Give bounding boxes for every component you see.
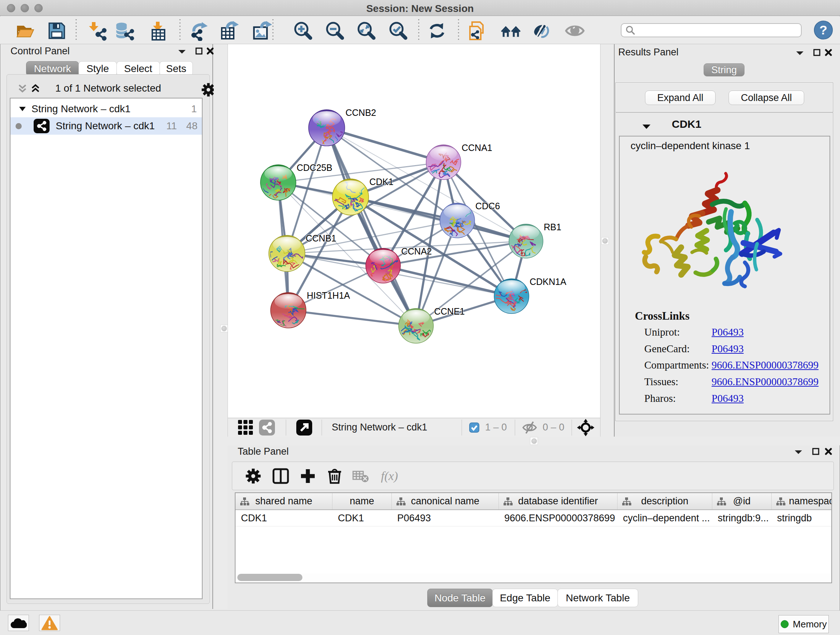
crosslink-value-link[interactable]: P06493 xyxy=(712,343,744,355)
show-column-selector-button[interactable] xyxy=(272,468,289,484)
tab-select[interactable]: Select xyxy=(117,61,160,76)
network-node-CCNA2[interactable]: CCNA2 xyxy=(363,246,432,283)
crosslink-value-link[interactable]: 9606.ENSP00000378699 xyxy=(712,359,819,371)
tab-style[interactable]: Style xyxy=(79,61,117,76)
import-network-from-file-button[interactable] xyxy=(88,21,108,41)
search-field[interactable] xyxy=(621,23,802,37)
column-header-canonical-name[interactable]: canonical name xyxy=(392,493,499,509)
table-horizontal-scrollbar[interactable] xyxy=(237,573,831,581)
network-node-CDKN1A[interactable]: CDKN1A xyxy=(494,277,567,314)
left-splitter-handle[interactable] xyxy=(220,325,228,333)
collapse-all-button[interactable]: Collapse All xyxy=(729,90,804,105)
table-options-button[interactable] xyxy=(245,468,261,484)
left-splitter[interactable] xyxy=(214,44,227,609)
refresh-button[interactable] xyxy=(427,21,447,41)
zoom-in-button[interactable] xyxy=(293,21,313,41)
column-header-shared-name[interactable]: shared name xyxy=(235,493,332,509)
close-panel-button[interactable] xyxy=(206,47,214,57)
delete-column-button[interactable] xyxy=(327,468,343,485)
memory-button[interactable]: Memory xyxy=(778,615,829,633)
table-panel-title: Table Panel xyxy=(238,446,289,457)
selected-nodes-checkbox[interactable] xyxy=(469,423,479,432)
toolbar-divider xyxy=(458,19,459,42)
close-panel-button[interactable] xyxy=(824,49,832,58)
zoom-selected-icon xyxy=(388,21,409,41)
copy-network-button[interactable] xyxy=(467,21,487,41)
create-column-button[interactable] xyxy=(300,468,316,485)
right-splitter[interactable] xyxy=(601,44,614,437)
crosslink-value-link[interactable]: P06493 xyxy=(712,393,744,404)
tab-node-table[interactable]: Node Table xyxy=(427,589,493,607)
zoom-out-button[interactable] xyxy=(325,21,345,41)
maximize-panel-button[interactable] xyxy=(813,49,821,58)
zoom-selected-button[interactable] xyxy=(388,21,409,41)
bottom-splitter-handle[interactable] xyxy=(530,437,538,445)
help-button[interactable]: ? xyxy=(813,20,834,40)
right-splitter-handle[interactable] xyxy=(601,237,609,245)
column-header-database-identifier[interactable]: database identifier xyxy=(499,493,617,509)
search-input[interactable] xyxy=(636,25,795,35)
network-row-selected[interactable]: String Network – cdk1 11 48 xyxy=(11,117,202,135)
first-neighbors-button[interactable] xyxy=(501,21,521,41)
close-panel-button[interactable] xyxy=(824,448,832,457)
network-tree: String Network – cdk1 1 String Network –… xyxy=(10,98,202,599)
import-table-from-file-button[interactable] xyxy=(148,21,168,41)
zoom-fit-button[interactable] xyxy=(356,21,377,41)
export-table-button[interactable] xyxy=(219,21,240,41)
network-canvas[interactable]: CCNB2CCNA1CDC25BCDK1CDC6RB1CCNB1CCNA2CDK… xyxy=(228,44,600,418)
expand-all-networks-button[interactable] xyxy=(30,84,41,96)
collapse-all-networks-button[interactable] xyxy=(17,84,28,96)
open-session-button[interactable] xyxy=(15,21,35,41)
maximize-panel-button[interactable] xyxy=(195,47,203,57)
tab-string[interactable]: String xyxy=(704,63,745,76)
column-namespace-icon xyxy=(776,497,785,506)
scrollbar-thumb[interactable] xyxy=(237,574,302,581)
hide-selected-button[interactable] xyxy=(532,21,552,41)
show-all-button[interactable] xyxy=(565,21,585,41)
hidden-elements-icon[interactable] xyxy=(522,421,538,434)
column-header-description[interactable]: description xyxy=(617,493,712,509)
crosslink-value-link[interactable]: 9606.ENSP00000378699 xyxy=(712,376,819,388)
import-network-from-database-button[interactable] xyxy=(114,21,134,41)
network-options-button[interactable] xyxy=(201,82,216,98)
function-builder-button[interactable]: f(x) xyxy=(381,469,398,483)
maximize-panel-button[interactable] xyxy=(812,448,820,457)
cloud-services-button[interactable] xyxy=(8,615,29,631)
delete-table-button[interactable] xyxy=(352,469,370,484)
column-header--id[interactable]: @id xyxy=(712,493,772,509)
share-network-button[interactable] xyxy=(259,419,275,436)
tab-network-table[interactable]: Network Table xyxy=(557,589,638,607)
column-tree-icon xyxy=(717,497,726,508)
float-panel-button[interactable] xyxy=(178,49,186,57)
column-header-namespace[interactable]: namespace xyxy=(772,493,832,509)
birds-eye-grid-button[interactable] xyxy=(237,419,254,436)
control-panel-title: Control Panel xyxy=(11,46,70,57)
tree-expander-icon[interactable] xyxy=(19,106,27,112)
save-session-button[interactable] xyxy=(47,21,67,41)
table-cell: cyclin–dependent ... xyxy=(617,510,712,526)
column-namespace-icon xyxy=(240,497,249,506)
crosslink-value-link[interactable]: P06493 xyxy=(712,326,744,338)
column-header-name[interactable]: name xyxy=(332,493,392,509)
collapse-gene-button[interactable] xyxy=(642,123,651,132)
tab-edge-table[interactable]: Edge Table xyxy=(493,589,558,607)
export-network-button[interactable] xyxy=(190,21,210,41)
network-collection-row[interactable]: String Network – cdk1 1 xyxy=(11,101,202,117)
warnings-button[interactable] xyxy=(39,615,60,631)
network-node-RB1[interactable]: RB1 xyxy=(508,222,561,260)
float-panel-button[interactable] xyxy=(794,449,803,457)
bottom-splitter[interactable] xyxy=(214,437,840,445)
network-node-CCNE1[interactable]: CCNE1 xyxy=(399,306,465,343)
network-node-CCNB2[interactable]: CCNB2 xyxy=(309,108,376,152)
float-panel-button[interactable] xyxy=(796,50,804,58)
network-edge-HIST1H1A-CCNE1[interactable] xyxy=(288,310,416,326)
network-node-HIST1H1A[interactable]: HIST1H1A xyxy=(271,290,350,329)
table-row[interactable]: CDK1CDK1P064939606.ENSP00000378699cyclin… xyxy=(235,510,831,526)
expand-all-button[interactable]: Expand All xyxy=(645,90,715,105)
tab-network[interactable]: Network xyxy=(26,61,79,76)
fit-content-crosshair-button[interactable] xyxy=(577,419,594,436)
network-name: String Network – cdk1 xyxy=(56,120,166,132)
open-in-new-window-button[interactable] xyxy=(296,419,313,436)
export-image-button[interactable] xyxy=(252,21,272,41)
tab-sets[interactable]: Sets xyxy=(159,61,193,76)
